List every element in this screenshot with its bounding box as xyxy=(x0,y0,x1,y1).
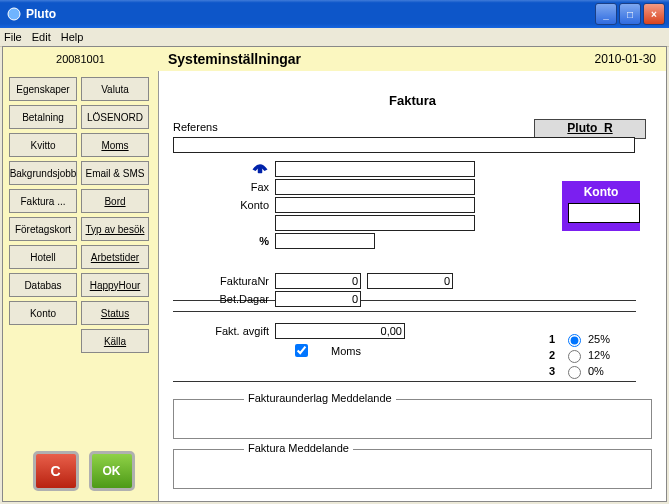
moms-options: 125%212%30% xyxy=(549,331,610,379)
svg-point-0 xyxy=(8,8,20,20)
app-icon xyxy=(6,6,22,22)
sidebar-item-typ-av-bes-k[interactable]: Typ av besök xyxy=(81,217,149,241)
window-title: Pluto xyxy=(26,7,595,21)
titlebar: Pluto _ □ × xyxy=(0,0,669,28)
menubar: File Edit Help xyxy=(0,28,669,47)
sidebar-item-bord[interactable]: Bord xyxy=(81,189,149,213)
moms-option-12%[interactable]: 212% xyxy=(549,347,610,363)
konto-input[interactable] xyxy=(275,197,475,213)
maximize-button[interactable]: □ xyxy=(619,3,641,25)
moms-option-0%[interactable]: 30% xyxy=(549,363,610,379)
sidebar-item-kvitto[interactable]: Kvitto xyxy=(9,133,77,157)
minimize-button[interactable]: _ xyxy=(595,3,617,25)
sidebar-item-k-lla[interactable]: Källa xyxy=(81,329,149,353)
sidebar-item-happyhour[interactable]: HappyHour xyxy=(81,273,149,297)
menu-file[interactable]: File xyxy=(4,31,22,43)
main-panel: Faktura Referens Pluto_R Fax xyxy=(158,71,666,501)
fieldset2-legend: Faktura Meddelande xyxy=(244,442,353,454)
faktavgift-input[interactable] xyxy=(275,323,405,339)
moms-radio-12%[interactable] xyxy=(568,350,581,363)
header-date: 2010-01-30 xyxy=(566,47,666,71)
percent-label: % xyxy=(173,235,275,247)
sidebar: EgenskaperValutaBetalningLÖSENORDKvittoM… xyxy=(3,71,158,501)
referens-label: Referens xyxy=(173,121,218,133)
sidebar-item-faktura-[interactable]: Faktura ... xyxy=(9,189,77,213)
cancel-button[interactable]: C xyxy=(33,451,79,491)
referens-input[interactable] xyxy=(173,137,635,153)
page-title: Systeminställningar xyxy=(158,47,566,71)
faktavgift-label: Fakt. avgift xyxy=(173,325,275,337)
sidebar-item-hotell[interactable]: Hotell xyxy=(9,245,77,269)
moms-option-25%[interactable]: 125% xyxy=(549,331,610,347)
fieldset1-legend: Fakturaunderlag Meddelande xyxy=(244,392,396,404)
sidebar-item-egenskaper[interactable]: Egenskaper xyxy=(9,77,77,101)
moms-radio-0%[interactable] xyxy=(568,366,581,379)
moms-check-label: Moms xyxy=(331,345,361,357)
sidebar-item-arbetstider[interactable]: Arbetstider xyxy=(81,245,149,269)
ok-button[interactable]: OK xyxy=(89,451,135,491)
moms-checkbox[interactable] xyxy=(295,344,308,357)
sidebar-item-databas[interactable]: Databas xyxy=(9,273,77,297)
sidebar-item-betalning[interactable]: Betalning xyxy=(9,105,77,129)
konto-box-input[interactable] xyxy=(568,203,640,223)
betdagar-input[interactable] xyxy=(275,291,361,307)
konto-label: Konto xyxy=(173,199,275,211)
header-version: 20081001 xyxy=(3,47,158,71)
konto-box-title: Konto xyxy=(568,185,634,199)
sidebar-item-valuta[interactable]: Valuta xyxy=(81,77,149,101)
percent-input[interactable] xyxy=(275,233,375,249)
fakturanr-label: FakturaNr xyxy=(173,275,275,287)
sidebar-item-email-sms[interactable]: Email & SMS xyxy=(81,161,149,185)
svg-rect-1 xyxy=(258,168,263,173)
konto-box: Konto xyxy=(562,181,640,231)
blank-input[interactable] xyxy=(275,215,475,231)
sidebar-item-bakgrundsjobb[interactable]: Bakgrundsjobb xyxy=(9,161,77,185)
fax-input[interactable] xyxy=(275,179,475,195)
fax-label: Fax xyxy=(173,181,275,193)
menu-help[interactable]: Help xyxy=(61,31,84,43)
menu-edit[interactable]: Edit xyxy=(32,31,51,43)
sidebar-item-status[interactable]: Status xyxy=(81,301,149,325)
sidebar-item-l-senord[interactable]: LÖSENORD xyxy=(81,105,149,129)
sidebar-item-konto[interactable]: Konto xyxy=(9,301,77,325)
header: 20081001 Systeminställningar 2010-01-30 xyxy=(3,47,666,71)
moms-radio-25%[interactable] xyxy=(568,334,581,347)
section-title: Faktura xyxy=(159,93,666,108)
sidebar-item-f-retagskort[interactable]: Företagskort xyxy=(9,217,77,241)
betdagar-label: Bet.Dagar xyxy=(173,293,275,305)
sidebar-item-moms[interactable]: Moms xyxy=(81,133,149,157)
phone-input[interactable] xyxy=(275,161,475,177)
fakturanr-input[interactable] xyxy=(275,273,361,289)
fakturanr2-input[interactable] xyxy=(367,273,453,289)
phone-icon xyxy=(173,161,275,177)
close-button[interactable]: × xyxy=(643,3,665,25)
referens-button[interactable]: Pluto_R xyxy=(534,119,646,139)
